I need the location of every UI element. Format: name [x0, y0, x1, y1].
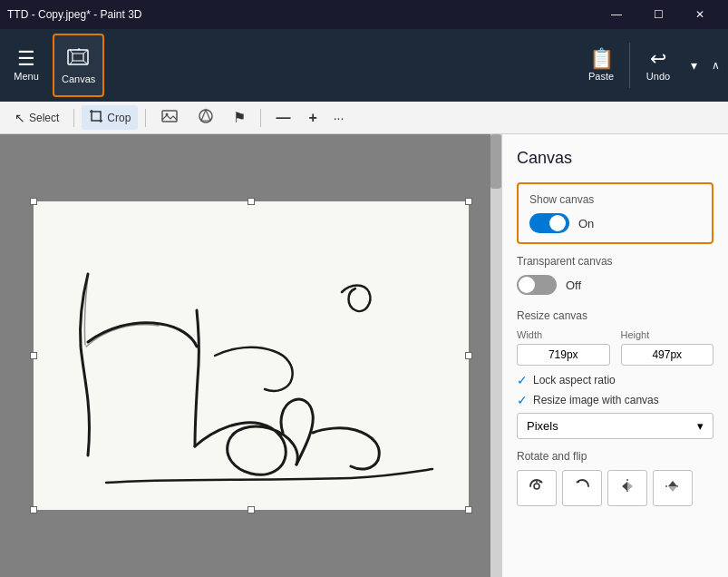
transparent-canvas-toggle[interactable] — [517, 275, 557, 295]
menu-label: Menu — [14, 71, 39, 82]
canvas-area[interactable] — [0, 134, 501, 577]
more-icon: ··· — [334, 111, 345, 125]
crop-label: Crop — [107, 112, 131, 124]
flip-vertical-icon — [663, 476, 683, 501]
rotate-left-button[interactable] — [517, 470, 557, 506]
lock-aspect-checkmark: ✓ — [517, 373, 528, 387]
rotate-flip-label: Rotate and flip — [517, 450, 713, 463]
handle-top-left[interactable] — [30, 198, 37, 205]
flip-vertical-button[interactable] — [653, 470, 693, 506]
handle-top-middle[interactable] — [248, 198, 255, 205]
menu-icon: ☰ — [17, 49, 35, 69]
select-label: Select — [29, 112, 59, 124]
canvas-label: Canvas — [62, 73, 95, 84]
insert-button[interactable]: + — [301, 106, 324, 130]
rotate-buttons-row — [517, 470, 713, 506]
svg-rect-1 — [73, 54, 83, 61]
undo-label: Undo — [646, 71, 670, 82]
flip-horizontal-button[interactable] — [607, 470, 647, 506]
transparent-canvas-state: Off — [566, 279, 581, 292]
paste-label: Paste — [588, 71, 614, 82]
lock-aspect-ratio-row: ✓ Lock aspect ratio — [517, 373, 713, 387]
resize-canvas-label: Resize canvas — [517, 309, 713, 322]
show-canvas-section: Show canvas On — [517, 182, 713, 244]
scrollbar-thumb[interactable] — [490, 134, 501, 189]
transparent-toggle-thumb — [519, 277, 535, 293]
crop-tool-button[interactable]: Crop — [82, 105, 138, 130]
add-button[interactable]: — — [268, 106, 297, 130]
shape-tool-button[interactable] — [189, 103, 222, 132]
show-canvas-toggle[interactable] — [529, 213, 569, 233]
insert-icon: + — [308, 110, 316, 126]
minimize-button[interactable]: — — [596, 0, 637, 29]
undo-button[interactable]: ↩ Undo — [636, 34, 681, 97]
add-icon: — — [276, 110, 290, 126]
ribbon: ☰ Menu Canvas 📋 Paste ↩ Undo ▾ ∧ — [0, 29, 728, 102]
select-icon: ↖ — [15, 111, 25, 125]
paste-button[interactable]: 📋 Paste — [578, 34, 624, 97]
lock-aspect-label[interactable]: Lock aspect ratio — [533, 374, 616, 386]
handle-bottom-middle[interactable] — [248, 506, 255, 513]
close-button[interactable]: ✕ — [679, 0, 721, 29]
pixels-value: Pixels — [527, 419, 558, 433]
ribbon-right-actions: 📋 Paste ↩ Undo ▾ ∧ — [578, 34, 724, 97]
width-col: Width — [517, 329, 610, 366]
width-input[interactable] — [517, 344, 610, 366]
height-col: Height — [621, 329, 714, 366]
right-panel: Canvas Show canvas On Transparent canvas… — [501, 134, 728, 577]
ribbon-chevron-button[interactable]: ▾ — [684, 34, 703, 97]
ribbon-divider — [629, 43, 630, 88]
transparent-canvas-section: Transparent canvas Off — [517, 255, 713, 295]
handle-bottom-left[interactable] — [30, 506, 37, 513]
height-input[interactable] — [621, 344, 714, 366]
svg-rect-2 — [162, 111, 177, 122]
width-col-label: Width — [517, 329, 610, 340]
paste-icon: 📋 — [589, 49, 614, 69]
undo-icon: ↩ — [650, 49, 666, 69]
drawing-canvas[interactable] — [34, 201, 469, 510]
window-title: TTD - Copy.jpeg* - Paint 3D — [7, 8, 142, 21]
resize-dimensions-row: Width Height — [517, 329, 713, 366]
height-col-label: Height — [621, 329, 714, 340]
toolbar: ↖ Select Crop ⚑ — [0, 102, 728, 134]
show-canvas-toggle-thumb — [549, 215, 566, 231]
main-content: Canvas Show canvas On Transparent canvas… — [0, 134, 728, 577]
menu-button[interactable]: ☰ Menu — [4, 34, 49, 97]
ribbon-minimize-button[interactable]: ∧ — [706, 34, 724, 97]
show-canvas-state: On — [578, 217, 594, 230]
handle-top-right[interactable] — [465, 198, 472, 205]
window-controls: — ☐ ✕ — [596, 0, 721, 29]
flip-horizontal-icon — [617, 476, 637, 501]
canvas-icon — [66, 46, 92, 72]
flag-tool-button[interactable]: ⚑ — [226, 105, 253, 130]
canvas-button[interactable]: Canvas — [53, 34, 104, 97]
canvas-scrollbar[interactable] — [490, 134, 501, 577]
handle-bottom-right[interactable] — [465, 506, 472, 513]
image-icon — [160, 107, 179, 129]
transparent-canvas-toggle-row: Off — [517, 275, 713, 295]
resize-image-checkmark: ✓ — [517, 393, 528, 407]
pixels-dropdown[interactable]: Pixels ▾ — [517, 413, 713, 439]
image-tool-button[interactable] — [153, 103, 186, 132]
panel-title: Canvas — [517, 149, 713, 168]
toolbar-separator-3 — [260, 109, 261, 127]
resize-canvas-section: Resize canvas Width Height ✓ Lock aspect… — [517, 309, 713, 439]
shape-icon — [197, 107, 215, 129]
select-tool-button[interactable]: ↖ Select — [7, 107, 66, 129]
dropdown-chevron-icon: ▾ — [697, 419, 704, 433]
resize-image-label[interactable]: Resize image with canvas — [533, 394, 659, 406]
toolbar-separator-1 — [73, 109, 74, 127]
more-tools-button[interactable]: ··· — [328, 107, 350, 129]
flag-icon: ⚑ — [233, 109, 246, 126]
maximize-button[interactable]: ☐ — [637, 0, 679, 29]
rotate-flip-section: Rotate and flip — [517, 450, 713, 506]
rotate-right-button[interactable] — [562, 470, 602, 506]
toolbar-separator-2 — [145, 109, 146, 127]
transparent-canvas-label: Transparent canvas — [517, 255, 713, 268]
rotate-left-icon — [527, 476, 547, 501]
svg-rect-5 — [34, 201, 469, 510]
handle-middle-right[interactable] — [465, 352, 472, 359]
handle-middle-left[interactable] — [30, 352, 37, 359]
resize-image-row: ✓ Resize image with canvas — [517, 393, 713, 407]
signature-image — [34, 201, 469, 510]
